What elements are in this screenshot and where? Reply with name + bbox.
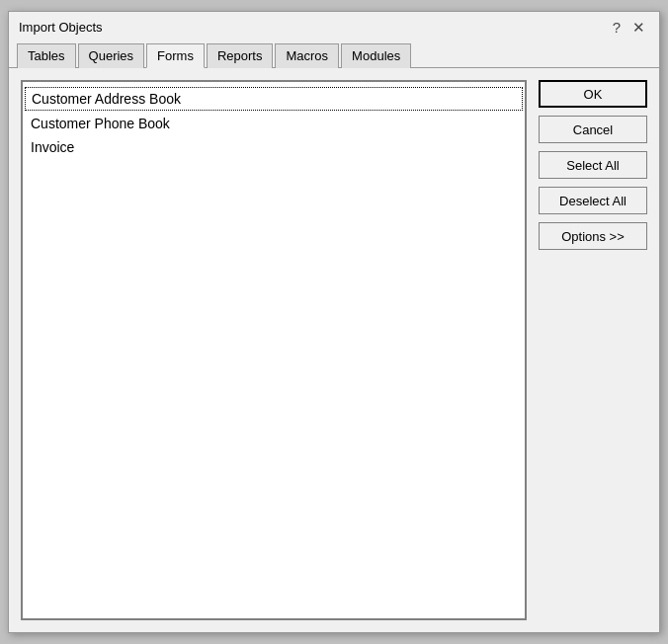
button-panel: OK Cancel Select All Deselect All Option… — [539, 80, 647, 620]
tab-bar: Tables Queries Forms Reports Macros Modu… — [9, 39, 659, 68]
list-item[interactable]: Customer Address Book — [25, 87, 523, 111]
tab-tables[interactable]: Tables — [17, 43, 76, 68]
ok-button[interactable]: OK — [539, 80, 647, 108]
cancel-button[interactable]: Cancel — [539, 116, 647, 143]
tab-reports[interactable]: Reports — [207, 43, 274, 68]
select-all-button[interactable]: Select All — [539, 151, 647, 179]
title-bar: Import Objects ? ✕ — [9, 12, 659, 39]
deselect-all-button[interactable]: Deselect All — [539, 187, 647, 214]
dialog-title: Import Objects — [19, 20, 103, 35]
title-actions: ? ✕ — [609, 20, 649, 35]
options-button[interactable]: Options >> — [539, 222, 647, 250]
tab-modules[interactable]: Modules — [341, 43, 411, 68]
list-item[interactable]: Customer Phone Book — [23, 112, 525, 135]
help-button[interactable]: ? — [609, 20, 625, 35]
content-area: Customer Address Book Customer Phone Boo… — [9, 68, 659, 632]
tab-queries[interactable]: Queries — [78, 43, 145, 68]
list-item[interactable]: Invoice — [23, 135, 525, 159]
close-button[interactable]: ✕ — [628, 20, 649, 35]
forms-list[interactable]: Customer Address Book Customer Phone Boo… — [21, 80, 527, 620]
tab-macros[interactable]: Macros — [275, 43, 339, 68]
tab-forms[interactable]: Forms — [146, 43, 205, 68]
import-objects-dialog: Import Objects ? ✕ Tables Queries Forms … — [8, 11, 660, 633]
